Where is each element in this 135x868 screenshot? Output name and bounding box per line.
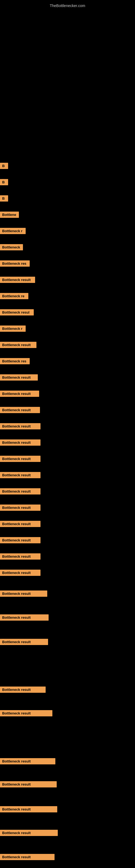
bottleneck-result-bar: Bottleneck result bbox=[0, 758, 55, 764]
bottleneck-result-bar: Bottleneck result bbox=[0, 639, 48, 645]
bottleneck-result-bar: Bottleneck result bbox=[0, 423, 41, 429]
bottleneck-result-bar: Bottleneck result bbox=[0, 407, 40, 413]
bottleneck-result-bar: Bottleneck result bbox=[0, 553, 41, 560]
bottleneck-result-bar: B bbox=[0, 179, 8, 185]
bottleneck-result-bar: Bottleneck result bbox=[0, 374, 38, 380]
bottleneck-result-bar: Bottleneck result bbox=[0, 277, 35, 283]
site-title: TheBottlenecker.com bbox=[0, 1, 135, 10]
bottleneck-result-bar: Bottlene bbox=[0, 212, 19, 218]
bottleneck-result-bar: Bottleneck res bbox=[0, 358, 30, 364]
bottleneck-result-bar: Bottleneck res bbox=[0, 260, 30, 267]
bottleneck-result-bar: Bottleneck result bbox=[0, 504, 41, 511]
bottleneck-result-bar: Bottleneck resul bbox=[0, 309, 34, 315]
bottleneck-result-bar: Bottleneck result bbox=[0, 710, 52, 716]
bottleneck-result-bar: Bottleneck result bbox=[0, 472, 41, 478]
bottleneck-result-bar: Bottleneck result bbox=[0, 686, 46, 693]
bottleneck-result-bar: Bottleneck result bbox=[0, 781, 57, 787]
bottleneck-result-bar: Bottleneck result bbox=[0, 537, 41, 543]
bottleneck-result-bar: Bottleneck r bbox=[0, 228, 26, 234]
bottleneck-result-bar: Bottleneck result bbox=[0, 569, 41, 576]
bottleneck-result-bar: Bottleneck result bbox=[0, 521, 41, 527]
bottleneck-result-bar: B bbox=[0, 163, 8, 169]
bottleneck-result-bar: Bottleneck result bbox=[0, 439, 41, 446]
bottleneck-result-bar: Bottleneck result bbox=[0, 614, 49, 621]
bottleneck-result-bar: Bottleneck re bbox=[0, 293, 28, 299]
bottleneck-result-bar: Bottleneck result bbox=[0, 342, 37, 348]
bottleneck-result-bar: Bottleneck result bbox=[0, 456, 41, 462]
bottleneck-result-bar: Bottleneck result bbox=[0, 590, 47, 597]
bottleneck-result-bar: Bottleneck r bbox=[0, 326, 26, 332]
bottleneck-result-bar: Bottleneck result bbox=[0, 391, 39, 397]
bottleneck-result-bar: Bottleneck bbox=[0, 244, 23, 250]
bottleneck-result-bar: Bottleneck result bbox=[0, 830, 58, 836]
bottleneck-result-bar: Bottleneck result bbox=[0, 854, 54, 860]
bottleneck-result-bar: B bbox=[0, 195, 8, 202]
bottleneck-result-bar: Bottleneck result bbox=[0, 488, 41, 495]
bottleneck-result-bar: Bottleneck result bbox=[0, 806, 57, 812]
